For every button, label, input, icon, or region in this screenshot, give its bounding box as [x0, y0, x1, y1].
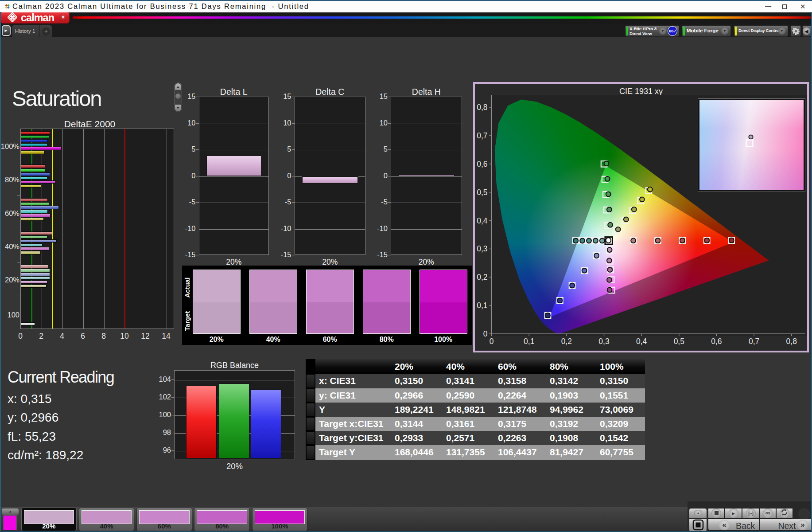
svg-text:0,7: 0,7: [749, 337, 759, 346]
svg-text:0,8: 0,8: [786, 337, 797, 346]
svg-text:0,4: 0,4: [636, 337, 647, 346]
svg-text:0,5: 0,5: [674, 337, 684, 346]
svg-text:0: 0: [483, 329, 488, 338]
svg-text:0,3: 0,3: [477, 244, 487, 253]
svg-text:0,6: 0,6: [477, 160, 487, 168]
svg-text:0,8: 0,8: [477, 103, 487, 112]
svg-text:0,2: 0,2: [561, 337, 572, 346]
svg-text:0,1: 0,1: [477, 301, 487, 310]
svg-text:0,1: 0,1: [524, 337, 534, 346]
svg-text:0,5: 0,5: [477, 188, 487, 197]
svg-text:0,3: 0,3: [598, 337, 609, 346]
svg-text:0: 0: [490, 337, 494, 346]
svg-text:0,2: 0,2: [477, 273, 487, 282]
svg-text:0,7: 0,7: [477, 131, 487, 140]
svg-text:0,4: 0,4: [477, 216, 488, 225]
svg-text:0,6: 0,6: [711, 337, 722, 346]
